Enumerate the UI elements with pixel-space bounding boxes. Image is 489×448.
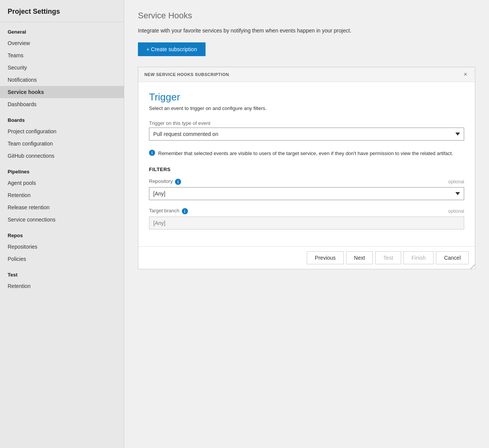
target-branch-label-row: Target branch i optional bbox=[149, 208, 464, 215]
sidebar: Project Settings GeneralOverviewTeamsSec… bbox=[0, 0, 124, 448]
sidebar-section-boards: Boards bbox=[0, 110, 124, 125]
sidebar-item-policies[interactable]: Policies bbox=[0, 253, 124, 265]
sidebar-item-service-hooks[interactable]: Service hooks bbox=[0, 86, 124, 98]
repository-optional: optional bbox=[448, 179, 464, 184]
create-subscription-button[interactable]: + Create subscription bbox=[138, 42, 206, 56]
dialog-body: Trigger Select an event to trigger on an… bbox=[138, 82, 475, 246]
sidebar-title: Project Settings bbox=[0, 0, 124, 22]
sidebar-item-github-connections[interactable]: GitHub connections bbox=[0, 150, 124, 162]
sidebar-item-agent-pools[interactable]: Agent pools bbox=[0, 177, 124, 189]
repository-label-row: Repository i optional bbox=[149, 178, 464, 186]
dialog-footer: Previous Next Test Finish Cancel bbox=[138, 246, 475, 269]
sidebar-item-project-configuration[interactable]: Project configuration bbox=[0, 125, 124, 137]
target-branch-label: Target branch bbox=[149, 208, 180, 213]
trigger-section-title: Trigger bbox=[149, 91, 464, 103]
sidebar-item-notifications[interactable]: Notifications bbox=[0, 74, 124, 86]
sidebar-item-repositories[interactable]: Repositories bbox=[0, 241, 124, 253]
sidebar-item-security[interactable]: Security bbox=[0, 61, 124, 74]
filters-title: FILTERS bbox=[149, 167, 464, 172]
repository-group: Repository i optional [Any] bbox=[149, 178, 464, 200]
page-title: Service Hooks bbox=[138, 11, 475, 21]
trigger-event-select[interactable]: Pull request commented onCode pushedPull… bbox=[149, 128, 464, 141]
sidebar-item-release-retention[interactable]: Release retention bbox=[0, 201, 124, 213]
trigger-event-group: Trigger on this type of event Pull reque… bbox=[149, 120, 464, 141]
next-button[interactable]: Next bbox=[346, 251, 373, 264]
resize-handle[interactable] bbox=[470, 264, 475, 269]
sidebar-item-service-connections[interactable]: Service connections bbox=[0, 213, 124, 226]
finish-button[interactable]: Finish bbox=[403, 251, 434, 264]
dialog-header-title: NEW SERVICE HOOKS SUBSCRIPTION bbox=[144, 72, 229, 77]
info-box: i Remember that selected events are visi… bbox=[149, 148, 464, 159]
info-icon: i bbox=[149, 150, 155, 156]
page-description: Integrate with your favorite services by… bbox=[138, 27, 475, 35]
dialog-close-button[interactable]: × bbox=[462, 71, 469, 78]
sidebar-item-overview[interactable]: Overview bbox=[0, 37, 124, 49]
cancel-button[interactable]: Cancel bbox=[436, 251, 469, 264]
target-branch-input[interactable] bbox=[149, 217, 464, 230]
test-button[interactable]: Test bbox=[375, 251, 401, 264]
trigger-section-desc: Select an event to trigger on and config… bbox=[149, 105, 464, 111]
sidebar-item-teams[interactable]: Teams bbox=[0, 49, 124, 61]
sidebar-item-retention[interactable]: Retention bbox=[0, 189, 124, 201]
target-branch-group: Target branch i optional bbox=[149, 208, 464, 230]
target-branch-info-icon[interactable]: i bbox=[182, 208, 188, 214]
sidebar-section-general: General bbox=[0, 22, 124, 37]
dialog-header: NEW SERVICE HOOKS SUBSCRIPTION × bbox=[138, 67, 475, 82]
repository-info-icon[interactable]: i bbox=[175, 179, 181, 185]
sidebar-section-pipelines: Pipelines bbox=[0, 162, 124, 177]
main-content: Service Hooks Integrate with your favori… bbox=[124, 0, 489, 448]
sidebar-section-test: Test bbox=[0, 265, 124, 280]
info-box-text: Remember that selected events are visibl… bbox=[158, 150, 453, 157]
sidebar-item-team-configuration[interactable]: Team configuration bbox=[0, 137, 124, 150]
sidebar-item-dashboards[interactable]: Dashboards bbox=[0, 98, 124, 110]
repository-select[interactable]: [Any] bbox=[149, 187, 464, 200]
sidebar-item-retention-test[interactable]: Retention bbox=[0, 280, 124, 292]
sidebar-section-repos: Repos bbox=[0, 226, 124, 241]
repository-label: Repository bbox=[149, 178, 173, 184]
previous-button[interactable]: Previous bbox=[307, 251, 343, 264]
target-branch-optional: optional bbox=[448, 209, 464, 214]
trigger-event-label: Trigger on this type of event bbox=[149, 120, 464, 126]
new-subscription-dialog: NEW SERVICE HOOKS SUBSCRIPTION × Trigger… bbox=[138, 67, 475, 269]
